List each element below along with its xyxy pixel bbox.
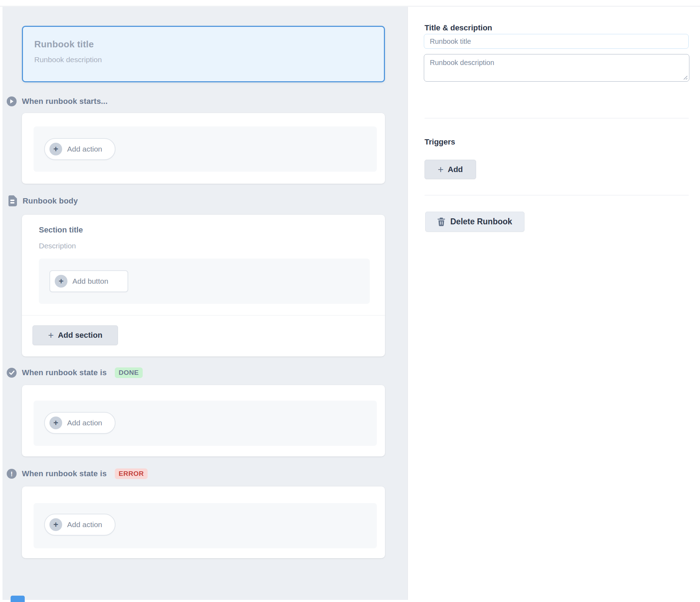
section-header-start: When runbook starts... <box>7 96 108 106</box>
runbook-editor-canvas: Runbook title Runbook description When r… <box>2 7 408 600</box>
runbook-body-card: Section title Description + Add button +… <box>22 215 385 356</box>
section-buttons-dropzone: + Add button <box>39 259 370 304</box>
launcher-button-partial[interactable] <box>11 596 25 602</box>
delete-runbook-label: Delete Runbook <box>450 217 512 226</box>
card-divider <box>22 315 385 315</box>
section-header-body: Runbook body <box>8 195 78 206</box>
play-icon <box>7 96 17 106</box>
section-error-label: When runbook state is <box>22 469 107 478</box>
runbook-description-field-wrap <box>424 54 689 82</box>
plus-icon: + <box>55 275 67 288</box>
triggers-heading: Triggers <box>425 137 455 147</box>
section-title-placeholder[interactable]: Section title <box>39 225 83 235</box>
runbook-title-card[interactable]: Runbook title Runbook description <box>22 26 385 82</box>
plus-icon: + <box>49 518 62 531</box>
start-actions-dropzone: + Add action <box>34 126 377 172</box>
plus-icon: + <box>49 417 62 429</box>
add-action-button-done[interactable]: + Add action <box>44 412 115 434</box>
plus-icon: + <box>48 330 54 341</box>
start-actions-card: + Add action <box>22 113 385 184</box>
section-description-placeholder[interactable]: Description <box>39 242 76 250</box>
done-actions-dropzone: + Add action <box>34 401 377 446</box>
top-bar <box>0 0 700 6</box>
add-button-button[interactable]: + Add button <box>49 270 128 292</box>
section-start-label: When runbook starts... <box>22 97 108 106</box>
error-actions-card: + Add action <box>22 486 385 558</box>
error-actions-dropzone: + Add action <box>34 503 377 548</box>
inspector-divider <box>425 118 689 118</box>
add-trigger-label: Add <box>448 165 463 174</box>
title-description-heading: Title & description <box>425 23 492 33</box>
inspector-panel: Title & description Triggers + Add Delet… <box>408 7 700 602</box>
error-state-badge: ERROR <box>115 468 148 479</box>
document-icon <box>8 195 17 206</box>
plus-icon: + <box>438 164 443 175</box>
add-button-label: Add button <box>72 277 108 285</box>
add-section-button[interactable]: + Add section <box>32 325 118 345</box>
section-header-done: When runbook state is DONE <box>7 367 143 378</box>
runbook-description-placeholder[interactable]: Runbook description <box>34 55 372 64</box>
inspector-divider <box>425 195 689 195</box>
add-section-label: Add section <box>58 331 102 340</box>
add-action-button-error[interactable]: + Add action <box>44 514 115 536</box>
section-header-error: ! When runbook state is ERROR <box>7 468 148 479</box>
runbook-title-placeholder[interactable]: Runbook title <box>34 39 372 50</box>
section-body-label: Runbook body <box>23 196 78 206</box>
done-actions-card: + Add action <box>22 385 385 456</box>
done-state-badge: DONE <box>115 367 143 378</box>
add-action-label: Add action <box>67 419 102 427</box>
add-action-label: Add action <box>67 520 102 529</box>
add-trigger-button[interactable]: + Add <box>425 160 476 179</box>
runbook-description-textarea[interactable] <box>424 54 689 82</box>
add-action-label: Add action <box>67 145 102 153</box>
trash-icon <box>438 218 445 226</box>
alert-icon: ! <box>7 469 17 479</box>
runbook-title-input[interactable] <box>424 34 689 49</box>
add-action-button-start[interactable]: + Add action <box>44 138 115 160</box>
plus-icon: + <box>49 143 62 155</box>
section-done-label: When runbook state is <box>22 368 107 377</box>
delete-runbook-button[interactable]: Delete Runbook <box>425 212 524 232</box>
check-icon <box>7 368 17 378</box>
